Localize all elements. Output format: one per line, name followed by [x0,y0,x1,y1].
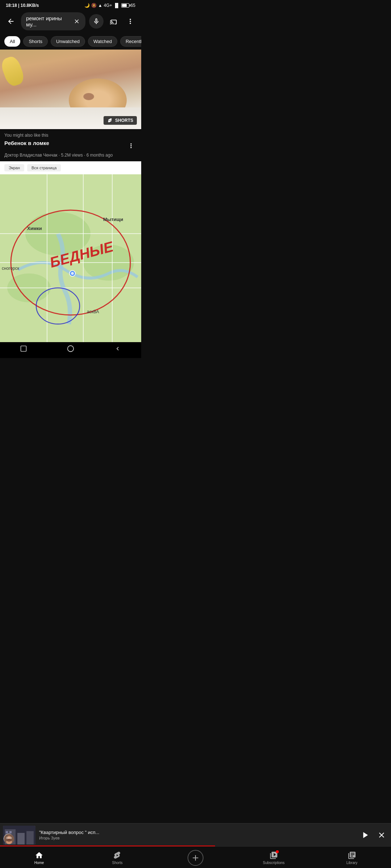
svg-text:Мытищи: Мытищи [103,217,123,222]
moon-icon: 🌙 [84,3,90,8]
map-tab-fullpage[interactable]: Вся страница [27,164,61,171]
svg-text:Химки: Химки [27,226,42,231]
video-info-section: You might also like this Ребенок в ломке… [0,129,141,161]
video-title[interactable]: Ребенок в ломке [4,140,122,146]
search-input-wrap[interactable]: ремонт ирины му... [21,12,85,30]
status-time-network: 18:18 | 10.8KB/s [6,3,39,8]
map-header-bar: Экран Вся страница [0,161,141,174]
mute-icon: 🔕 [91,3,97,8]
search-query-text: ремонт ирины му... [26,15,70,27]
signal-strength: 4G+ [104,3,112,8]
filter-all[interactable]: All [4,36,20,47]
svg-text:сногорск: сногорск [2,266,20,271]
status-network: | [18,3,21,8]
status-icons: 🌙 🔕 ▲ 4G+ ▐▌ 65 [84,3,135,8]
filter-shorts[interactable]: Shorts [23,36,48,47]
map-tab-screen[interactable]: Экран [4,164,24,171]
svg-rect-33 [21,346,26,352]
recents-button[interactable] [20,345,27,354]
video-meta: Доктор Владислав Ченчак · 5.2M views · 6… [4,153,137,158]
status-speed: 10.8KB/s [21,3,39,8]
shorts-video-thumbnail[interactable]: SHORTS [0,50,141,129]
svg-point-34 [68,346,74,352]
clear-search-button[interactable] [73,18,80,25]
cast-button[interactable] [107,15,120,28]
back-button[interactable] [4,15,17,28]
map-svg: БЕДНЫЕ Химки Мытищи сногорск аскВА [0,161,141,342]
video-title-row: Ребенок в ломке [4,140,137,152]
status-time: 18:18 [6,3,17,8]
wifi-icon: ▲ [98,3,102,8]
battery-icon [121,3,129,8]
filter-bar: All Shorts Unwatched Watched Recently [0,33,141,50]
shorts-logo-icon [107,118,113,123]
back-nav-button[interactable] [114,345,121,354]
status-bar: 18:18 | 10.8KB/s 🌙 🔕 ▲ 4G+ ▐▌ 65 [0,0,141,9]
filter-recently[interactable]: Recently [120,36,141,47]
decorative-element [83,93,94,100]
more-options-button[interactable] [124,15,137,28]
filter-unwatched[interactable]: Unwatched [51,36,85,47]
map-video-thumbnail[interactable]: Экран Вся страница БЕДНЫЕ Химки Мытищи с… [0,161,141,342]
battery-level: 65 [131,3,135,8]
signal-icon: ▐▌ [114,3,120,8]
search-bar: ремонт ирины му... [0,9,141,33]
suggestion-label: You might also like this [4,133,137,138]
system-nav-bar [0,342,141,358]
svg-text:аскВА: аскВА [87,309,99,314]
shorts-badge-label: SHORTS [115,118,133,123]
filter-watched[interactable]: Watched [88,36,117,47]
home-button[interactable] [67,345,75,354]
microphone-button[interactable] [89,14,104,29]
svg-point-18 [71,272,74,275]
shorts-badge: SHORTS [104,116,137,125]
video-more-button[interactable] [125,140,137,152]
